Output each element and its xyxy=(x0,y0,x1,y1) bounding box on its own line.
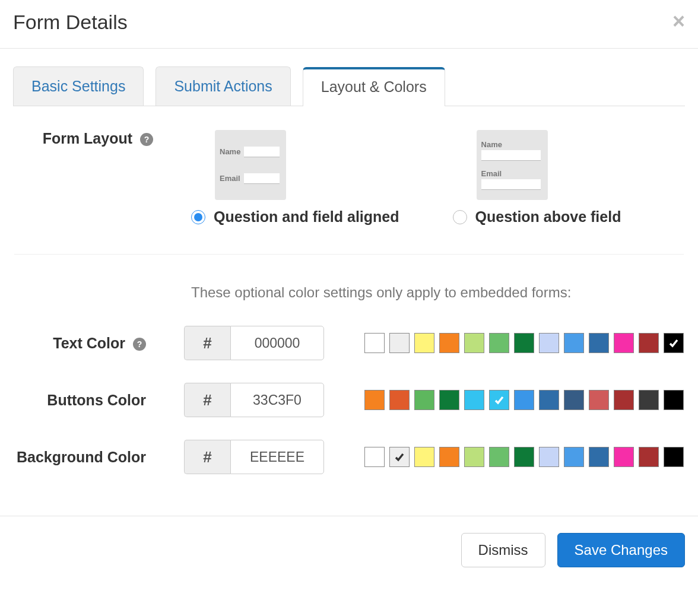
color-swatch[interactable] xyxy=(589,333,609,353)
color-swatch[interactable] xyxy=(589,447,609,467)
color-swatch[interactable] xyxy=(639,447,659,467)
background-color-input[interactable] xyxy=(230,440,324,474)
layout-preview-above: Name Email xyxy=(477,130,548,200)
layout-option-aligned[interactable]: Name Email Question and field aligned xyxy=(191,130,399,226)
color-swatch[interactable] xyxy=(614,333,634,353)
color-swatch[interactable] xyxy=(639,333,659,353)
save-button[interactable]: Save Changes xyxy=(557,533,685,567)
color-swatch[interactable] xyxy=(389,447,410,467)
buttons-color-swatches xyxy=(364,390,684,410)
radio-label-above: Question above field xyxy=(475,208,621,226)
row-background-color: Background Color # xyxy=(14,440,684,474)
color-swatch[interactable] xyxy=(589,390,609,410)
check-icon xyxy=(668,337,680,349)
color-swatch[interactable] xyxy=(664,390,684,410)
color-swatch[interactable] xyxy=(464,390,484,410)
radio-layout-aligned[interactable] xyxy=(191,210,205,224)
form-layout-label-text: Form Layout xyxy=(43,130,132,147)
color-swatch[interactable] xyxy=(539,390,559,410)
color-swatch[interactable] xyxy=(389,390,410,410)
color-swatch[interactable] xyxy=(664,447,684,467)
section-form-layout: Form Layout ? Name Email Question and fi… xyxy=(13,106,685,474)
color-swatch[interactable] xyxy=(664,333,684,353)
tab-layout-colors[interactable]: Layout & Colors xyxy=(303,67,445,106)
form-layout-label: Form Layout ? xyxy=(14,130,163,147)
buttons-color-input[interactable] xyxy=(230,383,324,417)
color-swatch[interactable] xyxy=(514,390,534,410)
dismiss-button[interactable]: Dismiss xyxy=(461,533,545,567)
color-swatch[interactable] xyxy=(564,447,584,467)
background-color-label-text: Background Color xyxy=(17,449,146,465)
color-swatch[interactable] xyxy=(364,390,385,410)
divider xyxy=(14,254,684,255)
hash-prefix-icon: # xyxy=(184,383,230,417)
modal-body: Basic Settings Submit Actions Layout & C… xyxy=(0,66,698,474)
check-icon xyxy=(394,451,405,463)
color-swatch[interactable] xyxy=(564,333,584,353)
color-swatch[interactable] xyxy=(614,447,634,467)
color-swatch[interactable] xyxy=(414,390,434,410)
color-swatch[interactable] xyxy=(389,333,410,353)
buttons-color-label-text: Buttons Color xyxy=(47,392,146,408)
tab-submit-actions[interactable]: Submit Actions xyxy=(156,66,290,106)
radio-layout-above[interactable] xyxy=(453,210,467,224)
color-swatch[interactable] xyxy=(464,333,484,353)
hash-prefix-icon: # xyxy=(184,326,230,360)
color-swatch[interactable] xyxy=(514,447,534,467)
background-color-swatches xyxy=(364,447,684,467)
color-swatch[interactable] xyxy=(364,447,385,467)
color-swatch[interactable] xyxy=(439,447,459,467)
background-color-label: Background Color xyxy=(14,449,156,466)
help-icon[interactable]: ? xyxy=(140,133,153,146)
layout-preview-aligned: Name Email xyxy=(215,130,286,200)
text-color-label: Text Color ? xyxy=(14,335,156,352)
color-swatch[interactable] xyxy=(489,447,509,467)
help-icon[interactable]: ? xyxy=(133,338,146,351)
layout-option-above[interactable]: Name Email Question above field xyxy=(453,130,621,226)
radio-label-aligned: Question and field aligned xyxy=(214,208,399,226)
text-color-swatches xyxy=(364,333,684,353)
modal-footer: Dismiss Save Changes xyxy=(0,516,698,584)
color-swatch[interactable] xyxy=(539,333,559,353)
color-swatch[interactable] xyxy=(564,390,584,410)
color-swatch[interactable] xyxy=(439,390,459,410)
modal-header: Form Details × xyxy=(0,0,698,49)
color-swatch[interactable] xyxy=(414,333,434,353)
color-swatch[interactable] xyxy=(539,447,559,467)
check-icon xyxy=(493,394,505,406)
color-swatch[interactable] xyxy=(364,333,385,353)
color-swatch[interactable] xyxy=(414,447,434,467)
text-color-input[interactable] xyxy=(230,326,324,360)
color-swatch[interactable] xyxy=(639,390,659,410)
buttons-color-label: Buttons Color xyxy=(14,392,156,409)
modal-title: Form Details xyxy=(13,11,128,34)
tab-basic-settings[interactable]: Basic Settings xyxy=(13,66,144,106)
color-swatch[interactable] xyxy=(514,333,534,353)
color-swatch[interactable] xyxy=(489,390,509,410)
row-text-color: Text Color ? # xyxy=(14,326,684,360)
color-hint: These optional color settings only apply… xyxy=(191,284,684,301)
close-icon[interactable]: × xyxy=(672,11,685,32)
tabs: Basic Settings Submit Actions Layout & C… xyxy=(13,66,685,106)
color-swatch[interactable] xyxy=(439,333,459,353)
color-swatch[interactable] xyxy=(614,390,634,410)
text-color-label-text: Text Color xyxy=(53,335,125,351)
row-buttons-color: Buttons Color # xyxy=(14,383,684,417)
hash-prefix-icon: # xyxy=(184,440,230,474)
color-swatch[interactable] xyxy=(464,447,484,467)
color-swatch[interactable] xyxy=(489,333,509,353)
